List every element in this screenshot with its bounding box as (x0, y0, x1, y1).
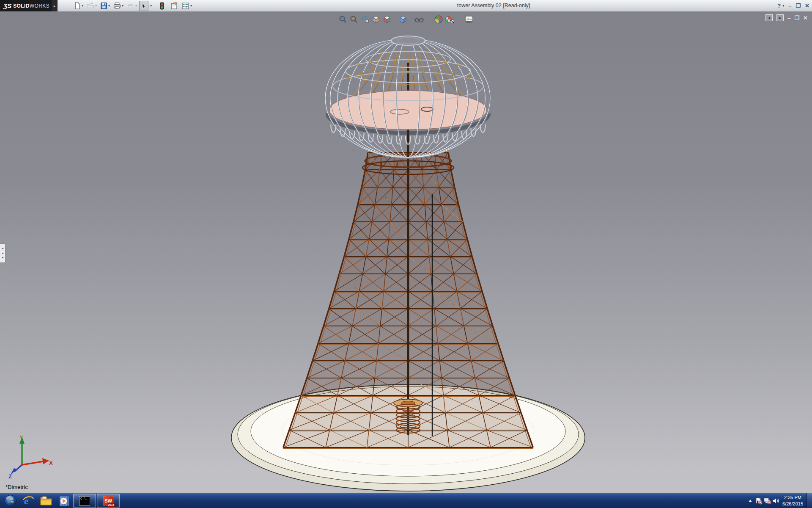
triad-z-label: Z (8, 473, 12, 479)
sw-letters: SW (104, 498, 112, 503)
doc-minimize-button[interactable]: – (787, 15, 790, 21)
triad-y-label: Y (19, 434, 23, 441)
open-caret[interactable]: ▾ (95, 4, 97, 8)
apply-scene-button[interactable] (444, 14, 455, 25)
view-settings-button[interactable] (464, 14, 475, 25)
internet-explorer-button[interactable]: e (20, 494, 37, 508)
section-view-button[interactable] (370, 14, 381, 25)
triad-x-label: X (49, 460, 53, 466)
menu-flyout-arrow[interactable]: ▸ (52, 0, 58, 11)
window-title: tower Assembly 02 [Read-only] (409, 0, 578, 11)
taskbar-buttons: e C:\_ SW2015 (0, 493, 120, 508)
windows-taskbar: e C:\_ SW2015 (0, 493, 812, 508)
section-view-icon (371, 15, 381, 24)
help-caret[interactable]: ▾ (782, 0, 784, 11)
feature-manager-collapsed-tab[interactable]: ◂ ◂ ◂ (0, 243, 5, 263)
show-desktop-button[interactable] (807, 493, 812, 508)
start-orb-icon (4, 494, 17, 507)
title-bar: ƷS SOLIDWORKS ▸ ▾ ▾ ▾ (0, 0, 812, 12)
select-caret[interactable]: ▾ (150, 4, 152, 8)
select-tool-caret-button[interactable]: ▾ (148, 1, 153, 11)
select-tool-button[interactable] (139, 1, 148, 11)
file-properties-button[interactable] (169, 1, 179, 11)
volume-button[interactable] (771, 493, 780, 508)
open-document-icon (87, 2, 94, 9)
view-orientation-label: *Dimetric (5, 484, 28, 490)
graphics-viewport[interactable]: ◂ ▸ – ❐ ✕ ◂ ◂ ◂ Y X Z *Dimetric (0, 12, 812, 493)
speaker-icon (772, 497, 779, 505)
solidworks-logo-mark: ƷS (3, 2, 11, 9)
undo-icon (127, 2, 134, 9)
collapse-arrow-icon: ◂ (2, 255, 3, 260)
command-prompt-icon: C:\_ (79, 496, 90, 505)
print-button[interactable]: ▾ (112, 1, 125, 11)
collapse-arrow-icon: ◂ (2, 246, 3, 251)
restore-button[interactable]: ❐ (796, 0, 801, 11)
options-button[interactable]: ▾ (180, 1, 193, 11)
up-arrow-icon (748, 499, 753, 503)
open-document-button[interactable]: ▾ (85, 1, 98, 11)
internet-explorer-icon: e (22, 494, 35, 507)
media-player-icon (58, 494, 70, 507)
clock-time: 2:35 PM (782, 494, 803, 500)
new-document-icon (74, 2, 81, 9)
view-orientation-button[interactable] (381, 14, 392, 25)
help-button[interactable]: ? (777, 0, 781, 11)
zoom-to-fit-icon (338, 15, 348, 24)
flag-alert-icon (755, 497, 763, 505)
network-status-button[interactable] (763, 493, 771, 508)
save-button[interactable]: ▾ (99, 1, 111, 11)
brand-solid: SOLID (13, 3, 30, 9)
media-player-button[interactable] (55, 494, 72, 508)
windows-explorer-button[interactable] (38, 494, 55, 508)
edit-appearance-button[interactable] (433, 14, 444, 25)
new-caret[interactable]: ▾ (82, 4, 83, 8)
options-caret[interactable]: ▾ (190, 4, 192, 8)
rebuild-button[interactable] (158, 1, 166, 11)
display-style-button[interactable] (398, 14, 409, 25)
system-tray: 2:35 PM 6/26/2015 (746, 493, 812, 508)
minimize-button[interactable]: – (788, 0, 791, 11)
show-hidden-icons-button[interactable] (746, 493, 754, 508)
apply-scene-icon (444, 15, 455, 24)
collapse-arrow-icon: ◂ (2, 251, 3, 256)
undo-button[interactable]: ▾ (126, 1, 138, 11)
view-orientation-icon (382, 15, 392, 24)
network-error-icon (763, 497, 771, 505)
start-button[interactable] (2, 494, 19, 508)
view-settings-icon (464, 15, 474, 24)
print-caret[interactable]: ▾ (122, 4, 123, 8)
display-style-icon (398, 15, 408, 24)
doc-close-button[interactable]: ✕ (803, 15, 808, 21)
taskbar-clock[interactable]: 2:35 PM 6/26/2015 (782, 494, 803, 507)
reference-triad: Y X Z (7, 433, 53, 479)
zoom-to-area-button[interactable] (348, 14, 359, 25)
previous-view-button[interactable] (359, 14, 370, 25)
pane-right-button[interactable]: ▸ (776, 14, 784, 21)
action-center-button[interactable] (754, 493, 763, 508)
hide-show-items-button[interactable] (414, 14, 425, 25)
command-prompt-button[interactable]: C:\_ (73, 494, 96, 508)
solidworks-2015-icon: SW2015 (103, 496, 114, 506)
eyeglasses-icon (414, 15, 424, 24)
rebuild-trafficlight-icon (159, 2, 165, 10)
undo-caret[interactable]: ▾ (135, 4, 137, 8)
print-icon (113, 2, 121, 9)
brand-works: WORKS (30, 3, 49, 9)
file-properties-icon (170, 2, 178, 10)
previous-view-icon (360, 15, 370, 24)
tower-assembly-model[interactable] (0, 12, 812, 493)
save-caret[interactable]: ▾ (108, 4, 110, 8)
sw-year-badge: 2015 (108, 503, 115, 507)
close-button[interactable]: ✕ (805, 0, 809, 11)
folder-icon (39, 495, 53, 507)
pane-left-button[interactable]: ◂ (765, 14, 773, 21)
options-icon (181, 2, 189, 10)
solidworks-2015-button[interactable]: SW2015 (97, 494, 120, 508)
select-cursor-icon (140, 2, 147, 9)
zoom-to-fit-button[interactable] (337, 14, 348, 25)
window-controls: ? ▾ – ❐ ✕ (777, 0, 809, 11)
doc-restore-button[interactable]: ❐ (794, 15, 799, 21)
new-document-button[interactable]: ▾ (72, 1, 85, 11)
standard-toolbar: ▾ ▾ ▾ ▾ ▾ (72, 0, 194, 11)
